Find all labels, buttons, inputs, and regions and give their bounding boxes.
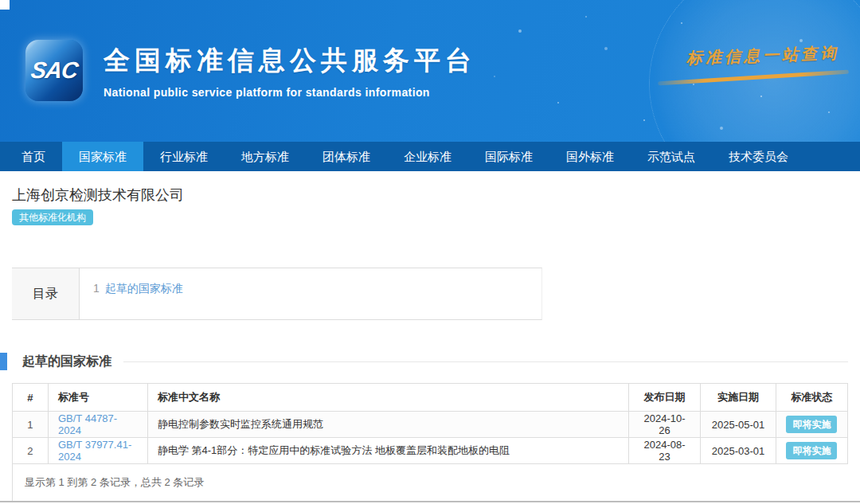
- row-index: 2: [13, 438, 49, 464]
- nav-item-home[interactable]: 首页: [5, 142, 62, 171]
- toc-item-link[interactable]: 起草的国家标准: [105, 282, 183, 295]
- section-header: 起草的国家标准: [0, 353, 848, 370]
- table-header-row: # 标准号 标准中文名称 发布日期 实施日期 标准状态: [13, 384, 848, 412]
- col-header-std-no: 标准号: [48, 384, 147, 412]
- standards-table: # 标准号 标准中文名称 发布日期 实施日期 标准状态 1 GB/T 44787…: [12, 383, 848, 464]
- footer-divider: [0, 501, 860, 504]
- table-row: 2 GB/T 37977.41-2024 静电学 第4-1部分：特定应用中的标准…: [13, 438, 848, 464]
- page-corner: [0, 0, 10, 10]
- status-badge: 即将实施: [786, 416, 837, 433]
- col-header-name: 标准中文名称: [147, 384, 628, 412]
- col-header-implement-date: 实施日期: [701, 384, 776, 412]
- implement-date: 2025-03-01: [701, 438, 776, 464]
- main-nav: 首页 国家标准 行业标准 地方标准 团体标准 企业标准 国际标准 国外标准 示范…: [0, 142, 860, 171]
- implement-date: 2025-05-01: [701, 412, 776, 438]
- toc-label: 目录: [12, 268, 80, 319]
- sac-logo-text: SAC: [29, 57, 80, 84]
- nav-item-local-standards[interactable]: 地方标准: [225, 142, 306, 171]
- nav-item-enterprise-standards[interactable]: 企业标准: [387, 142, 468, 171]
- nav-item-national-standards[interactable]: 国家标准: [62, 142, 143, 171]
- platform-title: 全国标准信息公共服务平台: [104, 43, 476, 79]
- nav-item-group-standards[interactable]: 团体标准: [306, 142, 387, 171]
- section-marker: [0, 353, 7, 370]
- publish-date: 2024-08-23: [629, 438, 701, 464]
- nav-item-technical-committee[interactable]: 技术委员会: [712, 142, 805, 171]
- toc-item-index: 1: [93, 282, 100, 295]
- records-summary: 显示第 1 到第 2 条记录，总共 2 条记录: [12, 464, 848, 504]
- std-name: 静电控制参数实时监控系统通用规范: [147, 412, 628, 438]
- nav-item-pilot-demo[interactable]: 示范试点: [631, 142, 712, 171]
- sac-logo[interactable]: SAC: [25, 40, 83, 101]
- table-row: 1 GB/T 44787-2024 静电控制参数实时监控系统通用规范 2024-…: [13, 412, 848, 438]
- std-name: 静电学 第4-1部分：特定应用中的标准试验方法 地板覆盖层和装配地板的电阻: [147, 438, 628, 464]
- header-banner: SAC 全国标准信息公共服务平台 National public service…: [0, 0, 860, 142]
- platform-title-block: 全国标准信息公共服务平台 National public service pla…: [104, 43, 476, 99]
- status-badge: 即将实施: [786, 442, 837, 459]
- col-header-index: #: [13, 384, 49, 412]
- std-number-link[interactable]: GB/T 37977.41-2024: [58, 439, 131, 463]
- nav-item-foreign-standards[interactable]: 国外标准: [549, 142, 631, 171]
- toc-box: 目录 1起草的国家标准: [12, 268, 542, 320]
- toc-list: 1起草的国家标准: [80, 268, 541, 319]
- std-number-link[interactable]: GB/T 44787-2024: [58, 412, 117, 436]
- org-type-badge: 其他标准化机构: [12, 209, 93, 225]
- org-name: 上海创京检测技术有限公司: [12, 186, 848, 205]
- col-header-publish-date: 发布日期: [629, 384, 701, 412]
- section-divider: [123, 361, 848, 362]
- col-header-status: 标准状态: [776, 384, 847, 412]
- section-title: 起草的国家标准: [22, 354, 111, 370]
- main-content: 上海创京检测技术有限公司 其他标准化机构 目录 1起草的国家标准 起草的国家标准…: [0, 171, 860, 504]
- row-index: 1: [13, 412, 49, 438]
- platform-subtitle: National public service platform for sta…: [104, 86, 476, 99]
- publish-date: 2024-10-26: [629, 412, 701, 438]
- nav-item-international-standards[interactable]: 国际标准: [468, 142, 549, 171]
- nav-item-industry-standards[interactable]: 行业标准: [143, 142, 225, 171]
